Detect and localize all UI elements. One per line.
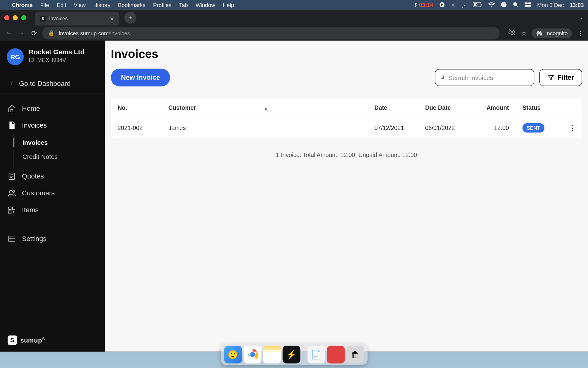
- sidebar-item-items[interactable]: Items: [0, 201, 105, 218]
- menubar-app-name[interactable]: Chrome: [12, 2, 33, 8]
- menu-tab[interactable]: Tab: [179, 2, 188, 8]
- bookmark-star-icon[interactable]: ☆: [521, 29, 527, 37]
- forward-button[interactable]: →: [17, 29, 25, 37]
- status-icon-1[interactable]: [439, 2, 445, 9]
- battery-time-indicator[interactable]: 03:14: [413, 2, 433, 8]
- wifi-icon[interactable]: [488, 2, 495, 8]
- dock-trash[interactable]: 🗑: [346, 346, 364, 363]
- status-icon-2[interactable]: ✕: [451, 2, 455, 8]
- sidebar-item-quotes[interactable]: Quotes: [0, 168, 105, 185]
- chevron-left-icon: 〈: [8, 80, 13, 88]
- svg-point-12: [9, 190, 12, 193]
- search-invoices[interactable]: [435, 69, 534, 86]
- sidebar-item-label: Quotes: [22, 172, 44, 180]
- menubar-clock[interactable]: 13:03: [570, 2, 584, 8]
- menu-profiles[interactable]: Profiles: [153, 2, 172, 8]
- eye-off-icon[interactable]: [508, 29, 516, 38]
- items-icon: [8, 206, 16, 214]
- filter-button[interactable]: Filter: [539, 69, 582, 86]
- col-status[interactable]: Status: [516, 98, 562, 117]
- spotlight-icon[interactable]: [513, 2, 518, 9]
- sidebar-item-label: Home: [22, 105, 40, 112]
- incognito-indicator[interactable]: Incognito: [532, 28, 572, 38]
- customers-icon: [8, 189, 16, 197]
- col-no[interactable]: No.: [111, 98, 162, 117]
- menu-window[interactable]: Window: [196, 2, 215, 8]
- browser-tab[interactable]: S Invoices ✕: [35, 12, 119, 25]
- url-host: invoices.sumup.com: [59, 30, 109, 36]
- maximize-window-icon[interactable]: [21, 15, 26, 21]
- kebab-menu-icon[interactable]: ⋮: [577, 29, 584, 37]
- back-button[interactable]: ←: [4, 29, 13, 37]
- cell-status: SENT: [516, 117, 562, 139]
- menu-history[interactable]: History: [93, 2, 110, 8]
- row-actions-button[interactable]: ⋮: [562, 117, 582, 139]
- filter-icon: [547, 74, 554, 81]
- dock-chrome[interactable]: [243, 346, 261, 363]
- new-invoice-button[interactable]: New Invoice: [111, 69, 170, 86]
- browser-window: S Invoices ✕ + ⌄ ← → ⟳ 🔒 invoices.sumup.…: [0, 10, 588, 351]
- user-icon[interactable]: [501, 2, 507, 9]
- dock-iterm[interactable]: ⚡: [282, 346, 300, 363]
- company-id: ID: MEXH934V: [29, 57, 85, 63]
- sidebar-item-label: Items: [22, 206, 39, 214]
- control-center-icon[interactable]: [525, 2, 531, 8]
- dock-finder[interactable]: 🙂: [224, 346, 242, 363]
- subnav-invoices[interactable]: Invoices: [14, 136, 105, 150]
- tabs-overflow-icon[interactable]: ⌄: [579, 14, 584, 20]
- main-content: Invoices New Invoice Filter: [105, 41, 588, 352]
- svg-rect-15: [13, 207, 15, 209]
- brand-logo[interactable]: S sumup®: [0, 329, 105, 352]
- svg-rect-14: [9, 207, 11, 209]
- menu-edit[interactable]: Edit: [57, 2, 66, 8]
- company-name: Rocket Gems Ltd: [29, 48, 85, 56]
- tab-title: Invoices: [49, 16, 68, 21]
- col-date[interactable]: Date: [368, 98, 418, 117]
- menu-help[interactable]: Help: [223, 2, 234, 8]
- new-tab-button[interactable]: +: [124, 12, 136, 24]
- menu-bookmarks[interactable]: Bookmarks: [118, 2, 145, 8]
- mac-menubar: Chrome File Edit View History Bookmarks …: [0, 0, 588, 10]
- company-header[interactable]: RG Rocket Gems Ltd ID: MEXH934V: [0, 47, 105, 72]
- cell-date: 07/12/2021: [368, 117, 418, 139]
- company-avatar: RG: [7, 48, 24, 65]
- svg-rect-7: [525, 2, 528, 4]
- sidebar-item-label: Customers: [22, 189, 55, 197]
- subnav-credit-notes[interactable]: Credit Notes: [14, 150, 105, 164]
- menubar-date[interactable]: Mon 6 Dec: [537, 2, 564, 8]
- col-amount[interactable]: Amount: [473, 98, 516, 117]
- table-row[interactable]: 2021-002 James 07/12/2021 06/01/2022 12.…: [111, 117, 582, 139]
- address-bar[interactable]: 🔒 invoices.sumup.com/invoices: [42, 27, 500, 39]
- svg-point-20: [250, 352, 255, 357]
- svg-rect-8: [528, 2, 531, 4]
- cell-no: 2021-002: [111, 117, 162, 139]
- reload-button[interactable]: ⟳: [30, 29, 38, 37]
- sidebar-item-home[interactable]: Home: [0, 100, 105, 117]
- status-icon-3[interactable]: ⋰: [462, 2, 467, 8]
- dock-notes[interactable]: [263, 346, 281, 363]
- cell-amount: 12.00: [473, 117, 516, 139]
- brand-mark-icon: S: [8, 335, 17, 345]
- macos-dock: 🙂 ⚡ 📄 🗑: [221, 344, 367, 365]
- svg-rect-17: [9, 236, 15, 242]
- close-tab-icon[interactable]: ✕: [110, 15, 114, 22]
- window-controls[interactable]: [4, 15, 26, 21]
- sidebar-item-customers[interactable]: Customers: [0, 185, 105, 201]
- minimize-window-icon[interactable]: [13, 15, 18, 21]
- svg-point-5: [503, 3, 505, 5]
- go-to-dashboard-label: Go to Dashboard: [19, 80, 70, 88]
- search-input[interactable]: [448, 74, 529, 81]
- search-icon: [440, 74, 445, 81]
- close-window-icon[interactable]: [4, 15, 9, 21]
- menu-file[interactable]: File: [40, 2, 49, 8]
- col-due-date[interactable]: Due Date: [418, 98, 473, 117]
- dock-app-red[interactable]: [327, 346, 345, 363]
- sidebar-item-settings[interactable]: Settings: [0, 230, 105, 247]
- menu-view[interactable]: View: [74, 2, 86, 8]
- svg-rect-2: [481, 3, 481, 6]
- sidebar: RG Rocket Gems Ltd ID: MEXH934V 〈 Go to …: [0, 41, 105, 352]
- sidebar-item-invoices[interactable]: Invoices: [0, 117, 105, 134]
- go-to-dashboard[interactable]: 〈 Go to Dashboard: [0, 74, 105, 94]
- dock-textedit[interactable]: 📄: [307, 346, 325, 363]
- battery-icon[interactable]: [473, 2, 482, 8]
